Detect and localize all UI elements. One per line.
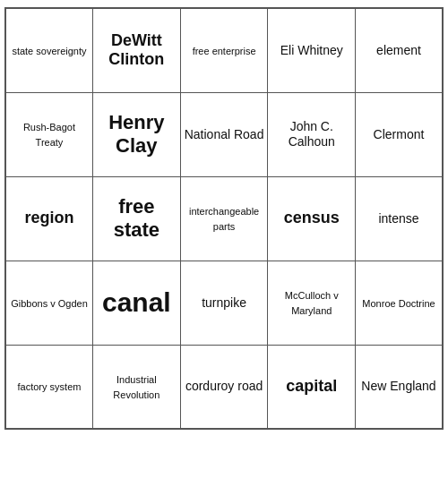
bingo-cell: Henry Clay [92,92,180,176]
bingo-cell: McCulloch v Maryland [268,261,356,345]
bingo-cell: DeWitt Clinton [92,8,180,92]
bingo-title [0,0,448,7]
bingo-cell: interchangeable parts [180,176,268,261]
bingo-cell: factory system [5,345,92,429]
bingo-cell: Clermont [356,92,443,176]
bingo-cell: Gibbons v Ogden [5,261,92,345]
bingo-cell: corduroy road [180,345,268,429]
bingo-cell: Rush-Bagot Treaty [5,92,92,176]
bingo-cell: element [356,8,443,92]
bingo-cell: New England [356,345,443,429]
bingo-cell: region [5,176,92,261]
bingo-cell: canal [92,261,180,345]
bingo-grid: state sovereigntyDeWitt Clintonfree ente… [4,7,444,430]
bingo-cell: census [268,176,356,261]
bingo-cell: Industrial Revolution [92,345,180,429]
bingo-cell: John C. Calhoun [268,92,356,176]
bingo-cell: turnpike [180,261,268,345]
bingo-cell: Monroe Doctrine [356,261,443,345]
bingo-cell: free enterprise [180,8,268,92]
bingo-cell: National Road [180,92,268,176]
bingo-cell: Eli Whitney [268,8,356,92]
bingo-cell: capital [268,345,356,429]
bingo-cell: state sovereignty [5,8,92,92]
bingo-cell: free state [92,176,180,261]
bingo-cell: intense [356,176,443,261]
